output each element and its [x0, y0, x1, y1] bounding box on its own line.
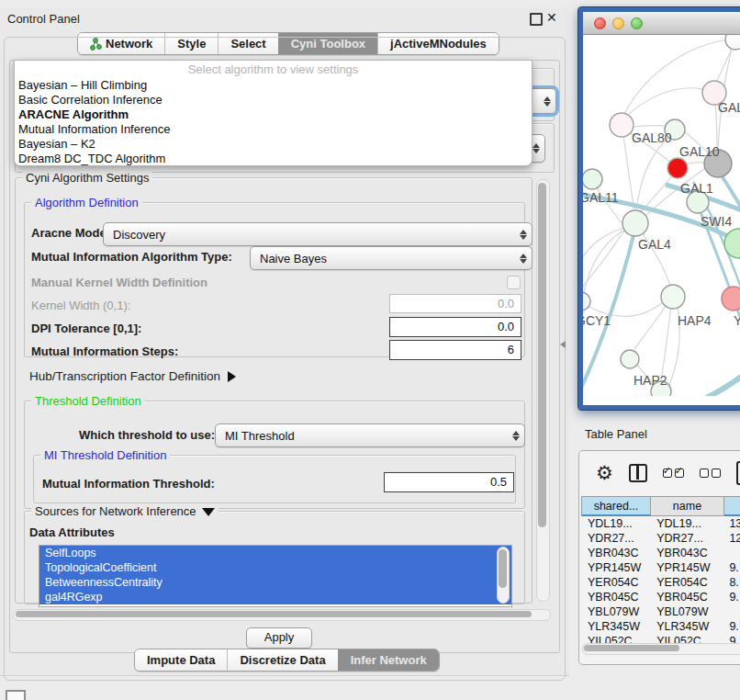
attribute-list-item[interactable]: BetweennessCentrality	[39, 575, 511, 590]
settings-gear-icon[interactable]: ⚙	[596, 464, 613, 482]
table-row[interactable]: YPR145WYPR145W9.	[581, 560, 740, 575]
algorithm-option[interactable]: Bayesian – Hill Climbing	[15, 78, 532, 93]
deselect-all-icon[interactable]	[700, 469, 721, 478]
dpi-tolerance-field[interactable]: 0.0	[389, 317, 521, 337]
network-edge[interactable]	[715, 103, 717, 149]
settings-horizontal-scrollbar[interactable]	[13, 609, 551, 621]
apply-button[interactable]: Apply	[246, 627, 312, 649]
node-label: HAP4	[678, 313, 712, 328]
table-row[interactable]: YIL052CYIL052C9	[581, 634, 740, 643]
tab-infer-network[interactable]: Infer Network	[338, 649, 439, 671]
mi-steps-label: Mutual Information Steps:	[31, 344, 178, 358]
algorithm-option[interactable]: Dream8 DC_TDC Algorithm	[15, 152, 532, 166]
table-header: shared... name	[581, 496, 740, 516]
table-cell	[723, 604, 740, 619]
hidden-panel-icon[interactable]	[6, 690, 26, 700]
network-edge[interactable]	[629, 88, 712, 114]
table-row[interactable]: YBR045CYBR045C9.	[581, 590, 740, 604]
network-edge[interactable]	[636, 134, 673, 211]
network-edge[interactable]	[633, 126, 667, 128]
table-panel: ⚙ shared... name YDL19...YDL19...13YDR27…	[578, 450, 740, 665]
network-edge[interactable]	[686, 163, 705, 164]
attributes-list-scrollbar[interactable]	[497, 547, 510, 604]
algorithm-option[interactable]: Mutual Information Inference	[15, 122, 532, 137]
network-edge[interactable]	[623, 135, 634, 209]
mi-threshold-definition-title: MI Threshold Definition	[40, 448, 170, 462]
network-window-titlebar[interactable]	[583, 12, 740, 35]
network-node[interactable]	[661, 285, 685, 309]
partial-toolbar-icon[interactable]	[736, 461, 740, 485]
kernel-width-field[interactable]: 0.0	[389, 294, 521, 313]
network-node[interactable]	[667, 158, 688, 178]
attribute-list-item[interactable]: TopologicalCoefficient	[39, 560, 511, 575]
close-traffic-light-icon[interactable]	[594, 17, 606, 29]
node-label: GAL1	[680, 181, 713, 196]
table-cell: 9.	[723, 590, 740, 604]
table-cell: 9.	[723, 619, 740, 634]
table-row[interactable]: YBL079WYBL079W	[581, 604, 740, 619]
attribute-list-item[interactable]: SelfLoops	[39, 546, 511, 560]
close-icon[interactable]: ✕	[546, 8, 557, 27]
mi-type-label: Mutual Information Algorithm Type:	[31, 250, 232, 264]
table-row[interactable]: YLR345WYLR345W9.	[581, 619, 740, 634]
table-cell: YER054C	[581, 575, 650, 590]
table-cell: YDR27...	[650, 531, 723, 546]
table-cell: YBL079W	[650, 604, 723, 619]
table-row[interactable]: YDL19...YDL19...13	[581, 516, 740, 531]
combo-arrows-icon	[515, 247, 532, 269]
manual-kernel-checkbox[interactable]	[507, 276, 521, 289]
float-window-icon[interactable]	[530, 13, 543, 26]
table-body: YDL19...YDL19...13YDR27...YDR27...12YBR0…	[581, 516, 740, 643]
algorithm-option[interactable]: Basic Correlation Inference	[15, 93, 532, 107]
network-canvas[interactable]: GALGAL80GAL10GAL1GAL11GAL4SWI4GCY1HAP4YH…	[583, 35, 740, 396]
column-header-cut[interactable]	[724, 496, 740, 516]
which-threshold-combo[interactable]: MI Threshold	[215, 423, 525, 447]
table-row[interactable]: YDR27...YDR27...12	[581, 531, 740, 546]
threshold-definition-title: Threshold Definition	[31, 394, 145, 408]
tab-impute-data[interactable]: Impute Data	[135, 649, 227, 671]
settings-vertical-scrollbar[interactable]	[536, 179, 550, 602]
attribute-list-item[interactable]: gal4RGexp	[39, 590, 511, 604]
table-cell: 13	[723, 516, 740, 531]
select-all-icon[interactable]	[663, 469, 684, 478]
table-panel-title: Table Panel	[585, 427, 647, 441]
table-cell: YER054C	[650, 575, 723, 590]
network-node[interactable]	[622, 210, 648, 236]
table-cell: YDR27...	[581, 531, 650, 546]
tab-discretize-data[interactable]: Discretize Data	[227, 649, 337, 671]
column-header-shared[interactable]: shared...	[581, 496, 651, 516]
network-node[interactable]	[621, 350, 639, 368]
data-attributes-list[interactable]: SelfLoopsTopologicalCoefficientBetweenne…	[39, 545, 512, 607]
collapse-down-icon	[202, 508, 215, 516]
combo-arrows-icon	[508, 424, 524, 446]
hub-tf-definition-toggle[interactable]: Hub/Transcription Factor Definition	[29, 369, 236, 383]
kernel-width-label: Kernel Width (0,1):	[31, 299, 130, 312]
mi-algorithm-type-combo[interactable]: Naive Bayes	[250, 246, 533, 270]
aracne-mode-combo[interactable]: Discovery	[103, 222, 533, 246]
network-node[interactable]	[722, 287, 740, 310]
table-cell: YIL052C	[650, 634, 723, 643]
table-cell: YDL19...	[650, 516, 723, 531]
table-cell: YLR345W	[650, 619, 723, 634]
table-cell: YPR145W	[581, 560, 650, 575]
zoom-traffic-light-icon[interactable]	[631, 17, 643, 29]
mi-steps-field[interactable]: 6	[389, 340, 521, 360]
combo-arrows-icon	[515, 223, 532, 245]
sources-group-title[interactable]: Sources for Network Inference	[31, 504, 219, 518]
table-row[interactable]: YER054CYER054C8.	[581, 575, 740, 590]
table-horizontal-scrollbar[interactable]	[582, 643, 740, 655]
column-header-name[interactable]: name	[651, 496, 724, 516]
network-node[interactable]	[583, 292, 590, 310]
table-row[interactable]: YBR043CYBR043C	[581, 546, 740, 560]
algorithm-option[interactable]: Bayesian – K2	[15, 137, 532, 152]
split-pane-grip-icon[interactable]	[560, 341, 566, 348]
network-edge[interactable]	[661, 306, 671, 380]
network-node[interactable]	[583, 169, 602, 189]
table-cell: YDL19...	[581, 516, 650, 531]
algorithm-option[interactable]: ARACNE Algorithm	[15, 107, 532, 122]
network-node[interactable]	[610, 113, 633, 137]
split-columns-icon[interactable]	[629, 464, 647, 482]
network-node[interactable]	[725, 35, 740, 50]
mi-threshold-field[interactable]: 0.5	[384, 472, 514, 492]
minimize-traffic-light-icon[interactable]	[612, 17, 624, 29]
